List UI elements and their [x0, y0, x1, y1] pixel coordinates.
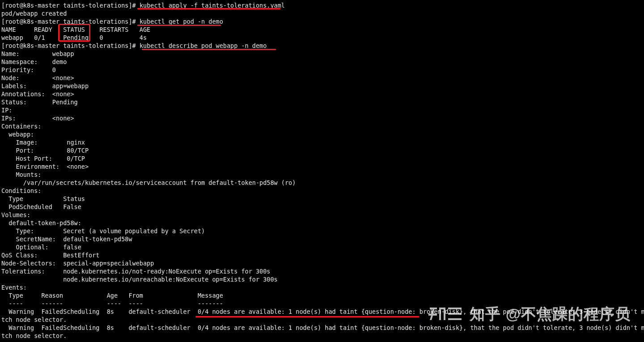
describe-line: PodScheduled False: [1, 203, 85, 210]
prompt: [root@k8s-master taints-tolerations]#: [1, 42, 136, 49]
describe-line: Optional: false: [1, 244, 81, 251]
describe-line: Image: nginx: [1, 139, 85, 146]
describe-line: Mounts:: [1, 171, 41, 178]
prompt: [root@k8s-master taints-tolerations]#: [1, 2, 136, 9]
describe-line: Labels: app=webapp: [1, 82, 89, 90]
describe-line: Node-Selectors: special-app=specialwebap…: [1, 260, 154, 267]
highlight-underline-4: [195, 316, 419, 317]
describe-line: Volumes:: [1, 211, 30, 218]
describe-line: Tolerations: node.kubernetes.io/not-read…: [1, 268, 270, 275]
command-get-pod: kubectl get pod -n demo: [140, 18, 223, 25]
describe-line: Warning FailedScheduling 8s default-sche…: [1, 308, 644, 315]
describe-line: Annotations: <none>: [1, 90, 74, 98]
describe-line: tch node selector.: [1, 316, 67, 323]
describe-line: Node: <none>: [1, 74, 74, 81]
highlight-underline-1: [137, 8, 280, 9]
highlight-underline-2: [137, 25, 221, 26]
describe-line: Priority: 0: [1, 66, 56, 73]
output-created: pod/webapp created: [1, 10, 67, 17]
highlight-box-status: [58, 24, 90, 42]
highlight-underline-3: [142, 49, 276, 50]
describe-line: Host Port: 0/TCP: [1, 155, 85, 162]
describe-line: default-token-pd58w:: [1, 219, 81, 227]
describe-line: ---- ------ ---- ---- -------: [1, 300, 223, 307]
describe-line: Name: webapp: [1, 50, 74, 57]
describe-line: Conditions:: [1, 187, 41, 194]
describe-line: Port: 80/TCP: [1, 147, 89, 154]
describe-line: Events:: [1, 284, 27, 291]
describe-line: /var/run/secrets/kubernetes.io/serviceac…: [1, 179, 296, 186]
terminal-output: [root@k8s-master taints-tolerations]# ku…: [1, 1, 644, 340]
describe-line: Status: Pending: [1, 98, 78, 106]
describe-line: webapp:: [1, 131, 34, 138]
command-describe: kubectl describe pod webapp -n demo: [140, 42, 267, 49]
describe-line: SecretName: default-token-pd58w: [1, 235, 132, 243]
describe-line: Environment: <none>: [1, 163, 89, 170]
describe-line: Warning FailedScheduling 8s default-sche…: [1, 324, 644, 331]
describe-line: node.kubernetes.io/unreachable:NoExecute…: [1, 276, 278, 283]
describe-line: QoS Class: BestEffort: [1, 252, 99, 259]
describe-line: Containers:: [1, 123, 41, 130]
describe-line: Namespace: demo: [1, 58, 67, 65]
describe-line: Type Status: [1, 195, 85, 202]
describe-line: IPs: <none>: [1, 115, 74, 122]
describe-line: IP:: [1, 107, 52, 114]
describe-line: Type Reason Age From Message: [1, 292, 223, 299]
describe-line: Type: Secret (a volume populated by a Se…: [1, 227, 205, 235]
describe-line: tch node selector.: [1, 332, 67, 339]
